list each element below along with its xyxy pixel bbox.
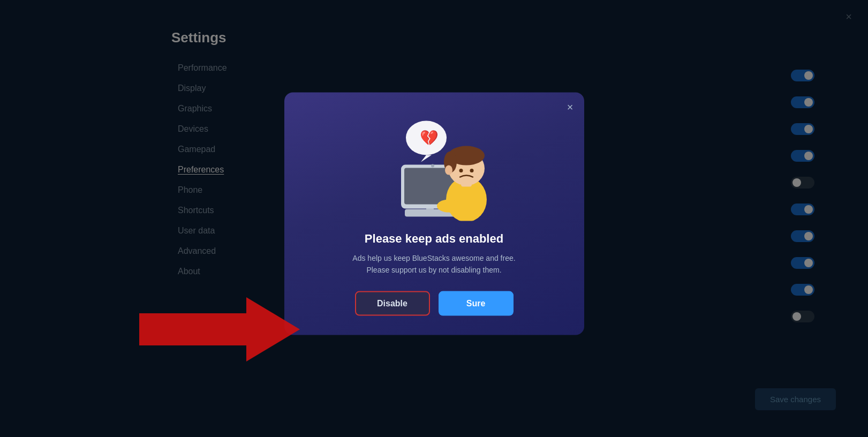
modal-description: Ads help us keep BlueStacks awesome and … [352, 252, 515, 276]
ads-modal: × 💔 [284, 93, 584, 335]
svg-text:💔: 💔 [420, 129, 439, 147]
svg-point-7 [431, 164, 434, 168]
red-arrow-annotation [139, 297, 300, 361]
svg-marker-18 [139, 297, 300, 361]
disable-button[interactable]: Disable [355, 291, 430, 315]
svg-point-16 [470, 169, 473, 172]
modal-title: Please keep ads enabled [365, 232, 503, 246]
svg-point-15 [459, 169, 463, 172]
svg-point-14 [445, 165, 452, 175]
character-illustration: 💔 [365, 114, 504, 221]
svg-point-17 [437, 200, 461, 213]
sure-button[interactable]: Sure [439, 291, 514, 315]
modal-close-button[interactable]: × [567, 101, 573, 114]
modal-buttons: Disable Sure [355, 291, 514, 315]
svg-marker-1 [421, 155, 432, 162]
